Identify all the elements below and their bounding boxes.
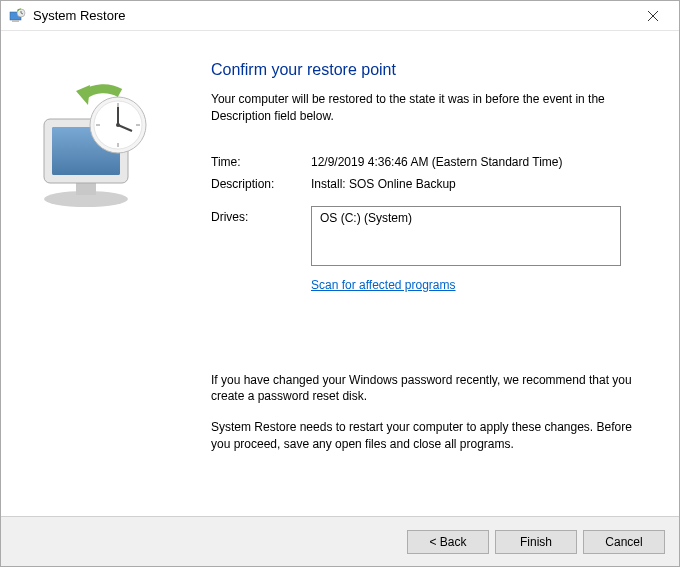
notice-section: If you have changed your Windows passwor…	[211, 372, 649, 453]
description-label: Description:	[211, 177, 311, 191]
app-icon	[7, 6, 27, 26]
page-heading: Confirm your restore point	[211, 61, 649, 79]
scan-affected-link[interactable]: Scan for affected programs	[311, 278, 456, 292]
restore-graphic-icon	[26, 81, 166, 201]
system-restore-window: System Restore	[0, 0, 680, 567]
description-value: Install: SOS Online Backup	[311, 177, 649, 191]
time-value: 12/9/2019 4:36:46 AM (Eastern Standard T…	[311, 155, 649, 169]
drive-item: OS (C:) (System)	[320, 211, 612, 225]
scan-link-row: Scan for affected programs	[311, 278, 649, 292]
restart-notice: System Restore needs to restart your com…	[211, 419, 649, 453]
intro-text: Your computer will be restored to the st…	[211, 91, 649, 125]
titlebar: System Restore	[1, 1, 679, 31]
description-row: Description: Install: SOS Online Backup	[211, 177, 649, 191]
svg-marker-18	[76, 85, 90, 105]
password-notice: If you have changed your Windows passwor…	[211, 372, 649, 406]
footer-buttons: < Back Finish Cancel	[1, 516, 679, 566]
drives-list: OS (C:) (System)	[311, 206, 621, 266]
drives-row: Drives: OS (C:) (System)	[211, 206, 649, 266]
finish-button[interactable]: Finish	[495, 530, 577, 554]
cancel-button[interactable]: Cancel	[583, 530, 665, 554]
svg-rect-1	[12, 20, 19, 22]
time-label: Time:	[211, 155, 311, 169]
sidebar	[1, 31, 191, 516]
time-row: Time: 12/9/2019 4:36:46 AM (Eastern Stan…	[211, 155, 649, 169]
window-title: System Restore	[33, 8, 633, 23]
svg-point-13	[116, 123, 120, 127]
content-area: Confirm your restore point Your computer…	[191, 31, 679, 516]
close-button[interactable]	[633, 2, 673, 30]
body-area: Confirm your restore point Your computer…	[1, 31, 679, 516]
drives-label: Drives:	[211, 206, 311, 266]
back-button[interactable]: < Back	[407, 530, 489, 554]
